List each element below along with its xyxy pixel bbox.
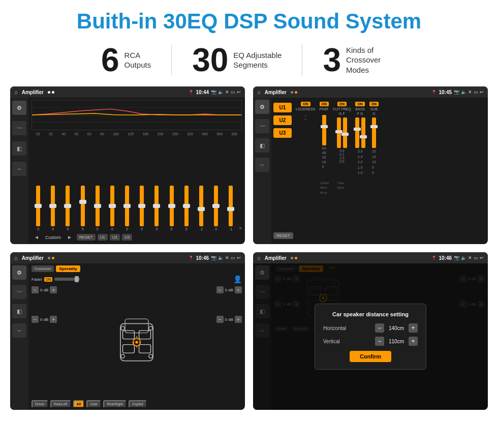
crossover-left-panel: ⚙ 〰 ◧ ↔ bbox=[253, 98, 271, 244]
u2-button[interactable]: U2 bbox=[110, 234, 120, 241]
spk-icon-btn-3[interactable]: ◧ bbox=[12, 304, 26, 318]
eq-status-bar: ⌂ Amplifier 📍 10:44 📷 🔈 ✕ ▭ ↩ bbox=[10, 86, 245, 98]
u1-button[interactable]: U1 bbox=[98, 234, 108, 241]
back-icon[interactable]: ↩ bbox=[237, 89, 241, 95]
prev-button[interactable]: ◄ bbox=[32, 233, 42, 241]
cross-icon-btn-2[interactable]: 〰 bbox=[255, 119, 269, 133]
volume-icon-3: 🔈 bbox=[218, 255, 224, 260]
plus-btn-fl[interactable]: + bbox=[50, 286, 57, 293]
next-button[interactable]: ► bbox=[65, 233, 75, 241]
phat-ctrl: ON PHAT 644832160 bbox=[320, 102, 329, 168]
spk-icon-btn-2[interactable]: 〰 bbox=[12, 285, 26, 299]
horizontal-minus[interactable]: − bbox=[375, 323, 384, 333]
eq-slider-9[interactable]: 0 bbox=[150, 186, 163, 231]
eq-slider-12[interactable]: -1 bbox=[195, 186, 208, 231]
confirm-button[interactable]: Confirm bbox=[350, 351, 391, 362]
speaker-left-col: − 0 dB + − 0 dB + bbox=[32, 286, 57, 398]
eq-slider-3[interactable]: 0 bbox=[61, 186, 74, 231]
eq-slider-2[interactable]: 0 bbox=[46, 186, 59, 231]
eq-slider-4[interactable]: 5 bbox=[76, 186, 89, 231]
eq-slider-11[interactable]: 0 bbox=[180, 186, 193, 231]
horizontal-plus[interactable]: + bbox=[409, 323, 418, 333]
db-ctrl-rear-right: − 0 dB + bbox=[216, 316, 242, 323]
crossover-status-bar: ⌂ Amplifier 📍 10:45 📷 🔈 ✕ ▭ ↩ bbox=[253, 86, 488, 98]
home-icon-3[interactable]: ⌂ bbox=[14, 255, 18, 261]
cutfreq-on[interactable]: ON bbox=[337, 102, 347, 106]
minus-btn-rr[interactable]: − bbox=[216, 316, 224, 323]
loudness-ctrl: ON LOUDNESS ~ ~ bbox=[296, 102, 316, 121]
eq-icon-btn-3[interactable]: ◧ bbox=[12, 141, 26, 156]
rect-icon-2: ▭ bbox=[474, 89, 478, 95]
db-ctrl-front-right: − 0 dB + bbox=[216, 286, 242, 293]
tab-common[interactable]: Common bbox=[32, 265, 54, 272]
fader-on-badge[interactable]: ON bbox=[44, 277, 53, 282]
sub-label: SUB bbox=[370, 107, 378, 111]
tab-specialty[interactable]: Specialty bbox=[56, 265, 80, 272]
eq-slider-1[interactable]: 0 bbox=[32, 186, 45, 231]
eq-slider-13[interactable]: 0 bbox=[209, 186, 223, 231]
all-btn[interactable]: All bbox=[73, 400, 85, 408]
vertical-plus[interactable]: + bbox=[409, 337, 418, 346]
user-btn[interactable]: User bbox=[86, 400, 101, 408]
cross-icon-btn-3[interactable]: ◧ bbox=[255, 138, 269, 153]
spk-icon-btn-4[interactable]: ↔ bbox=[12, 323, 26, 338]
eq-slider-8[interactable]: 0 bbox=[135, 186, 148, 231]
expand-icon[interactable]: » bbox=[239, 225, 242, 231]
eq-app-title: Amplifier bbox=[22, 89, 44, 95]
rearright-btn[interactable]: RearRight bbox=[103, 400, 127, 408]
u3-crossover-btn[interactable]: U3 bbox=[273, 128, 292, 138]
copilot-btn[interactable]: Copilot bbox=[129, 400, 147, 408]
minus-btn-rl[interactable]: − bbox=[32, 316, 39, 323]
bass-on[interactable]: ON bbox=[355, 102, 365, 106]
u1-crossover-btn[interactable]: U1 bbox=[273, 103, 292, 112]
loudness-on[interactable]: ON bbox=[301, 102, 310, 106]
u2-crossover-btn[interactable]: U2 bbox=[273, 115, 292, 125]
back-icon-4[interactable]: ↩ bbox=[480, 255, 484, 260]
minus-btn-fr[interactable]: − bbox=[216, 286, 224, 293]
minus-btn-fl[interactable]: − bbox=[32, 286, 39, 293]
fader-knob[interactable] bbox=[75, 276, 79, 282]
eq-slider-14[interactable]: -1 bbox=[224, 186, 237, 231]
eq-slider-6[interactable]: 0 bbox=[106, 186, 119, 231]
cutfreq-label: CUT FREQ bbox=[333, 107, 351, 111]
back-icon-3[interactable]: ↩ bbox=[237, 255, 241, 260]
phat-label: PHAT bbox=[320, 107, 329, 111]
dialog-time: 10:46 bbox=[439, 255, 452, 261]
spk-icon-btn-1[interactable]: ⚙ bbox=[12, 265, 26, 280]
vertical-minus[interactable]: − bbox=[375, 337, 384, 346]
home-icon[interactable]: ⌂ bbox=[14, 89, 18, 95]
speaker-status-dots bbox=[48, 257, 54, 259]
u3-button[interactable]: U3 bbox=[122, 234, 132, 241]
eq-slider-10[interactable]: 0 bbox=[165, 186, 178, 231]
loudness-label: LOUDNESS bbox=[296, 107, 316, 111]
speaker-tabs: Common Specialty bbox=[32, 265, 242, 272]
crossover-reset-btn[interactable]: RESET bbox=[273, 232, 293, 239]
pin-icon-2: 📍 bbox=[431, 90, 437, 95]
eq-icon-btn-1[interactable]: ⚙ bbox=[12, 101, 26, 115]
fader-slider[interactable] bbox=[54, 278, 80, 281]
eq-slider-7[interactable]: 0 bbox=[120, 186, 134, 231]
home-icon-4[interactable]: ⌂ bbox=[257, 255, 261, 261]
cross-icon-btn-4[interactable]: ↔ bbox=[255, 158, 269, 172]
plus-btn-fr[interactable]: + bbox=[235, 286, 242, 293]
eq-icon-btn-2[interactable]: 〰 bbox=[12, 121, 26, 135]
sub-on[interactable]: ON bbox=[369, 102, 379, 106]
cross-icon-btn-1[interactable]: ⚙ bbox=[255, 100, 269, 114]
stat-text-crossover: Kinds ofCrossover Modes bbox=[346, 45, 397, 75]
eq-freq-labels: 253240 506380 100125160 200250320 400500… bbox=[32, 132, 242, 136]
plus-btn-rr[interactable]: + bbox=[235, 316, 242, 323]
dot-d-orange bbox=[295, 257, 297, 259]
back-icon-2[interactable]: ↩ bbox=[480, 89, 484, 95]
bass-ctrl: ON BASS F G bbox=[355, 102, 365, 176]
speaker-bottom-buttons: Driver RearLeft All User RearRight Copil… bbox=[32, 400, 242, 408]
home-icon-2[interactable]: ⌂ bbox=[257, 89, 261, 95]
eq-icon-btn-4[interactable]: ↔ bbox=[12, 162, 26, 176]
phat-on[interactable]: ON bbox=[320, 102, 329, 106]
plus-btn-rl[interactable]: + bbox=[50, 316, 57, 323]
rearleft-btn[interactable]: RearLeft bbox=[50, 400, 71, 408]
driver-btn[interactable]: Driver bbox=[32, 400, 48, 408]
eq-slider-5[interactable]: 0 bbox=[91, 186, 104, 231]
horizontal-ctrl: − 140cm + bbox=[375, 323, 418, 333]
dot-d1 bbox=[291, 257, 293, 259]
reset-button[interactable]: RESET bbox=[77, 234, 96, 241]
